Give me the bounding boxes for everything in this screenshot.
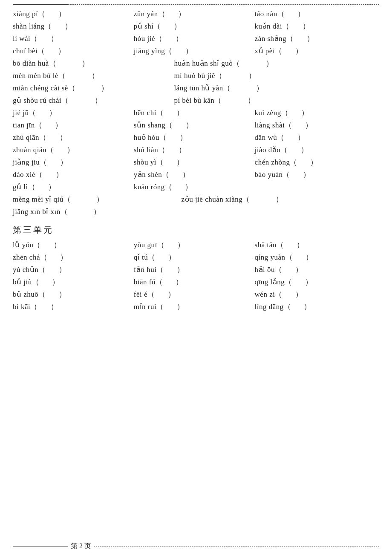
item-bi-kai: bì kāi（ ） (13, 302, 134, 312)
row-5: bō diàn huà（ ） huǎn huǎn shǐ guò（ ） (13, 58, 379, 68)
zun-yan-close: ） (178, 9, 185, 19)
bottom-line-left (13, 546, 68, 546)
item-zhuan-qian: zhuàn qián（ ） (13, 145, 134, 155)
item-chen-zhong: chén zhòng（ ） (255, 157, 376, 167)
row-4: chuí bèi（ ） jiāng yìng（ ） xǔ pèi（ ） (13, 46, 379, 56)
item-liang-shai: liàng shài（ ） (255, 120, 376, 130)
item-zun-yan: zūn yán（ ） (134, 9, 255, 19)
item-jiang-jiu: jiǎng jiū（ ） (13, 157, 134, 167)
item-kuan-rong: kuān róng（ ） (134, 182, 255, 192)
tao-nan-close: ） (297, 9, 305, 19)
item-mian-cheng: miàn chéng cài sè（ ） (13, 83, 174, 93)
zun-yan-text: zūn yán（ (134, 9, 165, 19)
item-dan-wu: dān wù（ ） (255, 133, 376, 142)
item-lang-tun: láng tūn hǔ yàn（ ） (174, 83, 357, 93)
row-14: dào xiè（ ） yǎn shén（ ） bào yuàn（ ） (13, 170, 379, 179)
page-number: 第 2 页 (68, 542, 94, 551)
item-bao-yuan: bào yuàn（ ） (255, 170, 376, 179)
xiang-pi-text: xiàng pí（ (13, 9, 46, 19)
s3-row-4: bǔ jiù（ ） biān fú（ ） qīng lǎng（ ） (13, 277, 379, 287)
item-hai-ou: hǎi ōu（ ） (255, 265, 376, 275)
row-6: mèn mèn bú lè（ ） mí huò bù jiě（ ） (13, 71, 379, 81)
row-16: mèng mèi yǐ qiú（ ） zǒu jiē chuàn xiàng（ … (13, 194, 379, 204)
item-jiao-dao: jiào dǎo（ ） (255, 145, 376, 155)
item-yan-shen: yǎn shén（ ） (134, 170, 255, 179)
item-you-gui: yòu guī（ ） (134, 240, 255, 250)
row-3: lì wài（ ） hóu jié（ ） zàn shǎng（ ） (13, 34, 379, 43)
row-17: jiāng xīn bǐ xīn（ ） (13, 207, 379, 217)
item-shan-liang: shàn liáng（ ） (13, 21, 134, 31)
section3: 第三单元 lǚ yóu（ ） yòu guī（ ） shā tān（ ） zhē… (13, 224, 379, 312)
row-2: shàn liáng（ ） pǔ shí（ ） kuǎn dài（ ） (13, 21, 379, 31)
item-mi-huo: mí huò bù jiě（ ） (174, 71, 357, 81)
item-bu-zhuo: bǔ zhuō（ ） (13, 289, 134, 299)
item-huan-huan: huǎn huǎn shǐ guò（ ） (174, 58, 357, 68)
s3-row-1: lǚ yóu（ ） yòu guī（ ） shā tān（ ） (13, 240, 379, 250)
bottom-bar: 第 2 页 (0, 542, 392, 551)
item-tao-nan: táo nàn（ ） (255, 9, 376, 19)
item-qing-yuan: qíng yuàn（ ） (255, 252, 376, 262)
row-12: zhuàn qián（ ） shú liàn（ ） jiào dǎo（ ） (13, 145, 379, 155)
item-hou-jie: hóu jié（ ） (134, 34, 255, 43)
item-xiang-pi: xiàng pí（ ） (13, 9, 134, 19)
item-sun-shang: sǔn shāng（ ） (134, 120, 255, 130)
row-7: miàn chéng cài sè（ ） láng tūn hǔ yàn（ ） (13, 83, 379, 93)
item-bu-jiu: bǔ jiù（ ） (13, 277, 134, 287)
item-zhu-qian: zhú qiān（ ） (13, 133, 134, 142)
item-jiang-ying: jiāng yìng（ ） (134, 46, 255, 56)
item-li-wai: lì wài（ ） (13, 34, 134, 43)
item-zan-shang: zàn shǎng（ ） (255, 34, 376, 43)
row-1: xiàng pí（ ） zūn yán（ ） táo nàn（ ） (13, 9, 379, 19)
section2-content: xiàng pí（ ） zūn yán（ ） táo nàn（ ） shàn l… (13, 9, 379, 217)
item-sha-tan: shā tān（ ） (255, 240, 376, 250)
item-qing-lang: qīng lǎng（ ） (255, 277, 376, 287)
top-border-row (13, 4, 379, 5)
item-wen-zi: wén zi（ ） (255, 289, 376, 299)
item-ling-dang: líng dāng（ ） (255, 302, 376, 312)
item-gu-shou: gǔ shòu rú chái（ ） (13, 95, 174, 105)
item-lu-you: lǚ yóu（ ） (13, 240, 134, 250)
item-bo-dian-hua: bō diàn huà（ ） (13, 58, 174, 68)
item-shou-yi: shòu yì（ ） (134, 157, 255, 167)
bottom-dashes (94, 546, 379, 546)
tao-nan-text: táo nàn（ (255, 9, 285, 19)
s3-row-6: bì kāi（ ） mǐn ruì（ ） líng dāng（ ） (13, 302, 379, 312)
item-zhen-cha: zhēn chá（ ） (13, 252, 134, 262)
item-tian-jin: tiān jīn（ ） (13, 120, 134, 130)
item-zou-jie: zǒu jiē chuàn xiàng（ ） (182, 194, 365, 204)
row-10: tiān jīn（ ） sǔn shāng（ ） liàng shài（ ） (13, 120, 379, 130)
s3-row-5: bǔ zhuō（ ） fēi é（ ） wén zi（ ） (13, 289, 379, 299)
item-shu-lian: shú liàn（ ） (134, 145, 255, 155)
item-dao-xie: dào xiè（ ） (13, 170, 134, 179)
item-huo-hou: huǒ hòu（ ） (134, 133, 255, 142)
item-gu-li: gǔ lì（ ） (13, 182, 134, 192)
item-jiang-xin: jiāng xīn bǐ xīn（ ） (13, 207, 182, 217)
row-11: zhú qiān（ ） huǒ hòu（ ） dān wù（ ） (13, 133, 379, 142)
section3-title: 第三单元 (13, 224, 379, 236)
row-13: jiǎng jiū（ ） shòu yì（ ） chén zhòng（ ） (13, 157, 379, 167)
s3-row-3: yú chǔn（ ） fǎn huí（ ） hǎi ōu（ ） (13, 265, 379, 275)
page: xiàng pí（ ） zūn yán（ ） táo nàn（ ） shàn l… (0, 0, 392, 555)
item-chui-bei: chuí bèi（ ） (13, 46, 134, 56)
top-line-left (13, 4, 68, 5)
row-15: gǔ lì（ ） kuān róng（ ） (13, 182, 379, 192)
item-pu-shi: pǔ shí（ ） (134, 21, 255, 31)
item-men-men: mèn mèn bú lè（ ） (13, 71, 174, 81)
item-kuan-dai: kuǎn dài（ ） (255, 21, 376, 31)
item-fan-hui: fǎn huí（ ） (134, 265, 255, 275)
row-8: gǔ shòu rú chái（ ） pí bèi bù kān（ ） (13, 95, 379, 105)
item-qi-tu: qǐ tú（ ） (134, 252, 255, 262)
item-min-rui: mǐn ruì（ ） (134, 302, 255, 312)
item-ben-chi: bēn chí（ ） (134, 108, 255, 118)
item-meng-mei: mèng mèi yǐ qiú（ ） (13, 194, 182, 204)
item-bian-fu: biān fú（ ） (134, 277, 255, 287)
item-fei-e: fēi é（ ） (134, 289, 255, 299)
item-pi-bei: pí bèi bù kān（ ） (174, 95, 357, 105)
item-kui-zeng: kuì zèng（ ） (255, 108, 376, 118)
top-dashes (68, 4, 379, 5)
s3-row-2: zhēn chá（ ） qǐ tú（ ） qíng yuàn（ ） (13, 252, 379, 262)
item-yu-chun: yú chǔn（ ） (13, 265, 134, 275)
xiang-pi-close: ） (58, 9, 66, 19)
item-xu-pei: xǔ pèi（ ） (255, 46, 376, 56)
item-jie-ju: jié jū（ ） (13, 108, 134, 118)
